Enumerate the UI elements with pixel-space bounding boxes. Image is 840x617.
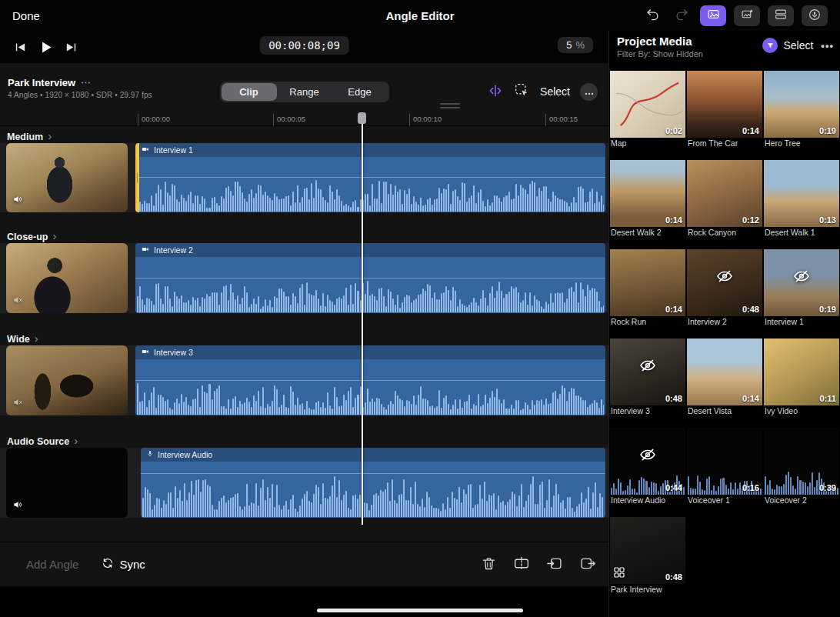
clip-label: Interview 1 <box>154 145 193 155</box>
angle-label-closeup[interactable]: Close-up <box>7 229 56 242</box>
media-item-desert-walk-2[interactable]: 0:14 Desert Walk 2 <box>610 160 685 238</box>
tab-edge[interactable]: Edge <box>332 83 388 101</box>
media-item-label: Voiceover 1 <box>687 495 762 505</box>
select-tool-icon <box>514 82 530 101</box>
clip-interview-3[interactable]: Interview 3 <box>135 345 605 415</box>
clip-interview-2[interactable]: Interview 2 <box>135 243 605 313</box>
project-info[interactable]: Park Interview 4 Angles • 1920 × 1080 • … <box>8 77 152 99</box>
stacked-panels-icon <box>774 8 788 23</box>
done-button[interactable]: Done <box>12 9 40 22</box>
insert-source-button[interactable] <box>546 555 563 574</box>
effects-browser-button[interactable] <box>734 5 760 26</box>
clip-action-buttons <box>481 555 596 574</box>
angle-thumbnail-wide[interactable] <box>6 345 128 415</box>
media-item-desert-vista[interactable]: 0:14 Desert Vista <box>687 339 762 416</box>
trim-handle[interactable] <box>135 143 139 212</box>
media-item-interview-audio[interactable]: 0:44 Interview Audio <box>610 428 685 505</box>
timeline-toolbar: Add Angle Sync <box>0 542 608 586</box>
add-angle-button[interactable]: Add Angle <box>26 558 78 571</box>
sync-label: Sync <box>119 558 145 571</box>
timeline-resize-handle[interactable] <box>440 103 460 108</box>
speaker-muted-icon[interactable] <box>12 295 24 308</box>
angle-thumbnail-medium[interactable] <box>6 143 128 212</box>
duration-badge: 0:48 <box>742 305 759 314</box>
playhead-handle[interactable] <box>358 112 366 124</box>
media-select-button[interactable]: Select <box>783 39 813 52</box>
speaker-icon[interactable] <box>12 499 24 513</box>
project-name: Park Interview <box>8 77 75 88</box>
skimming-toggle[interactable] <box>487 83 504 101</box>
media-item-hero-tree[interactable]: 0:19 Hero Tree <box>764 71 839 148</box>
media-more-button[interactable]: ••• <box>821 40 834 52</box>
media-item-desert-walk-1[interactable]: 0:13 Desert Walk 1 <box>764 160 839 238</box>
angle-label-wide[interactable]: Wide <box>7 332 38 344</box>
media-thumbnail: 0:12 <box>687 160 762 227</box>
zoom-unit: % <box>575 39 585 51</box>
angle-thumbnail-closeup[interactable] <box>6 243 128 313</box>
more-options-button[interactable] <box>580 83 598 101</box>
editor-column: 00:00:08;09 5% Park Interview 4 Angles •… <box>0 31 608 617</box>
timecode-display[interactable]: 00:00:08;09 <box>259 36 349 55</box>
append-source-button[interactable] <box>579 555 596 574</box>
clip-label: Interview Audio <box>158 450 212 459</box>
zoom-control[interactable]: 5% <box>558 37 593 53</box>
blade-clip-button[interactable] <box>513 555 530 574</box>
tab-range[interactable]: Range <box>277 83 332 101</box>
redo-button[interactable] <box>671 5 692 25</box>
browser-list-button[interactable] <box>768 5 794 26</box>
angle-thumbnail-audio-source[interactable] <box>6 448 128 518</box>
timeline-ruler[interactable]: 00:00:00 00:00:05 00:00:10 00:00:15 <box>0 112 608 126</box>
filter-badge-icon[interactable] <box>762 38 778 53</box>
media-thumbnail: 0:19 <box>764 249 839 316</box>
media-item-park-interview[interactable]: 0:48 Park Interview <box>610 517 685 595</box>
media-item-ivy-video[interactable]: 0:11 Ivy Video <box>764 339 839 416</box>
select-tool-button[interactable] <box>514 82 530 101</box>
tab-clip[interactable]: Clip <box>222 83 277 101</box>
transport-bar: 00:00:08;09 5% <box>0 31 608 63</box>
clip-audio-section <box>135 380 605 415</box>
duration-badge: 0:14 <box>742 126 759 135</box>
media-item-interview-2[interactable]: 0:48 Interview 2 <box>687 249 762 327</box>
speaker-muted-icon[interactable] <box>12 397 24 411</box>
clip-interview-audio[interactable]: Interview Audio <box>141 448 605 518</box>
delete-button[interactable] <box>481 555 497 574</box>
media-item-rock-canyon[interactable]: 0:12 Rock Canyon <box>687 160 762 238</box>
speaker-icon[interactable] <box>12 194 24 208</box>
skip-forward-button[interactable] <box>65 41 78 54</box>
media-item-from-the-car[interactable]: 0:14 From The Car <box>687 71 762 148</box>
redo-icon <box>675 7 689 24</box>
media-item-voiceover-2[interactable]: 0:39 Voiceover 2 <box>764 428 839 505</box>
media-item-map[interactable]: 0:02 Map <box>610 71 685 148</box>
undo-button[interactable] <box>642 5 663 25</box>
angle-row-audio-source: Interview Audio <box>0 448 608 518</box>
duration-badge: 0:02 <box>665 126 682 135</box>
multicam-grid-icon <box>614 567 625 581</box>
media-browser-button[interactable] <box>700 5 726 26</box>
sync-button[interactable]: Sync <box>102 557 145 572</box>
media-item-interview-1[interactable]: 0:19 Interview 1 <box>764 249 839 327</box>
play-button[interactable] <box>38 39 54 55</box>
edit-mode-tabs: Clip Range Edge <box>220 82 389 102</box>
hidden-eye-icon <box>638 445 657 467</box>
media-item-rock-run[interactable]: 0:14 Rock Run <box>610 249 685 327</box>
duration-badge: 0:13 <box>819 215 836 225</box>
media-grid: 0:02 Map 0:14 From The Car 0:19 Hero Tre… <box>609 71 840 595</box>
media-item-label: Desert Walk 1 <box>764 227 839 238</box>
voiceover-button[interactable] <box>802 5 828 26</box>
playhead[interactable] <box>362 112 363 525</box>
home-indicator[interactable] <box>317 609 523 612</box>
media-thumbnail: 0:16 <box>687 428 762 495</box>
skip-back-button[interactable] <box>14 41 27 54</box>
angle-label-medium[interactable]: Medium <box>7 129 52 142</box>
media-item-label: Voiceover 2 <box>764 495 839 505</box>
duration-badge: 0:19 <box>819 126 836 135</box>
angle-label-audio-source[interactable]: Audio Source <box>7 434 78 446</box>
project-options-icon[interactable] <box>81 79 91 86</box>
clip-interview-1[interactable]: Interview 1 <box>135 143 605 212</box>
media-thumbnail: 0:14 <box>610 160 685 227</box>
timeline-tools: Select <box>487 82 598 101</box>
media-thumbnail: 0:19 <box>764 71 839 138</box>
select-label[interactable]: Select <box>540 85 570 98</box>
media-item-interview-3[interactable]: 0:48 Interview 3 <box>610 339 685 416</box>
media-item-voiceover-1[interactable]: 0:16 Voiceover 1 <box>687 428 762 505</box>
